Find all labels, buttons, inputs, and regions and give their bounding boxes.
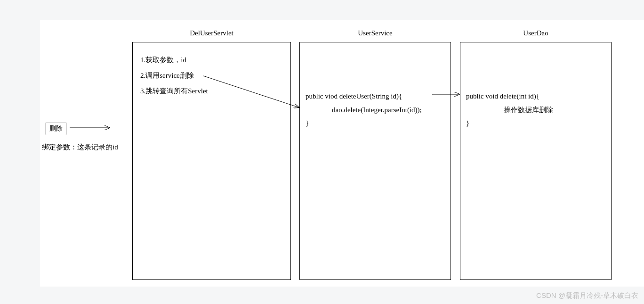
service-code-line-2: dao.delete(Integer.parseInt(id)); xyxy=(306,103,446,117)
servlet-step-2: 2.调用service删除 xyxy=(140,71,283,80)
service-code-line-3: } xyxy=(306,116,446,130)
dao-code-line-2: 操作数据库删除 xyxy=(466,103,606,117)
delete-button[interactable]: 删除 xyxy=(45,122,67,135)
dao-title: UserDao xyxy=(460,29,611,37)
service-box: UserService public viod deleteUser(Strin… xyxy=(299,42,451,280)
servlet-title: DelUserServlet xyxy=(133,29,290,37)
servlet-box: DelUserServlet 1.获取参数，id 2.调用service删除 3… xyxy=(132,42,291,280)
dao-code-line-1: public void delete(int id){ xyxy=(466,90,606,103)
servlet-step-3: 3.跳转查询所有Servlet xyxy=(140,87,283,96)
dao-code-line-3: } xyxy=(466,116,606,130)
bind-param-label: 绑定参数：这条记录的id xyxy=(42,143,118,152)
service-code-line-1: public viod deleteUser(String id){ xyxy=(306,90,446,103)
servlet-step-1: 1.获取参数，id xyxy=(140,56,283,65)
service-title: UserService xyxy=(300,29,451,37)
dao-box: UserDao public void delete(int id){ 操作数据… xyxy=(460,42,612,280)
watermark: CSDN @凝霜月冷残-草木破白衣 xyxy=(536,291,638,300)
